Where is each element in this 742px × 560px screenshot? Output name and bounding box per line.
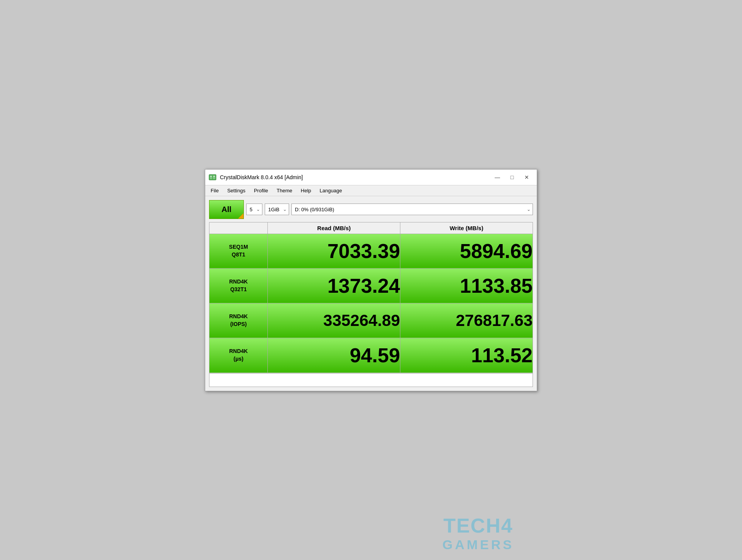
- count-dropdown[interactable]: 5: [246, 204, 262, 215]
- write-header: Write (MB/s): [400, 222, 533, 234]
- drive-dropdown-wrapper: D: 0% (0/931GiB): [291, 204, 533, 215]
- svg-rect-3: [210, 176, 212, 177]
- row-label-0: SEQ1MQ8T1: [209, 234, 268, 268]
- main-window: CrystalDiskMark 8.0.4 x64 [Admin] — □ ✕ …: [205, 169, 537, 391]
- bench-row-2: RND4K(IOPS)335264.89276817.63: [209, 303, 533, 338]
- window-controls: — □ ✕: [490, 172, 534, 183]
- row-write-1: 1133.85: [400, 268, 533, 303]
- row-write-3: 113.52: [400, 338, 533, 373]
- content-area: All 5 1GiB D: 0% (0/931GiB): [205, 196, 537, 391]
- menu-item-theme[interactable]: Theme: [273, 186, 296, 195]
- row-read-2: 335264.89: [268, 303, 400, 338]
- bench-row-0: SEQ1MQ8T17033.395894.69: [209, 234, 533, 268]
- watermark-line1: TECH4: [443, 516, 513, 536]
- size-dropdown-wrapper: 1GiB: [265, 204, 289, 215]
- menu-item-language[interactable]: Language: [316, 186, 346, 195]
- size-dropdown[interactable]: 1GiB: [265, 204, 289, 215]
- row-read-1: 1373.24: [268, 268, 400, 303]
- app-icon: [208, 173, 217, 182]
- menu-bar: FileSettingsProfileThemeHelpLanguage: [205, 185, 537, 196]
- row-label-3: RND4K(μs): [209, 338, 268, 373]
- bench-row-3: RND4K(μs)94.59113.52: [209, 338, 533, 373]
- menu-item-help[interactable]: Help: [297, 186, 315, 195]
- row-read-0: 7033.39: [268, 234, 400, 268]
- progress-bar: [209, 373, 533, 387]
- svg-rect-4: [213, 176, 215, 177]
- empty-header: [209, 222, 268, 234]
- row-write-0: 5894.69: [400, 234, 533, 268]
- maximize-button[interactable]: □: [505, 172, 519, 183]
- drive-dropdown[interactable]: D: 0% (0/931GiB): [291, 204, 533, 215]
- window-title: CrystalDiskMark 8.0.4 x64 [Admin]: [220, 174, 303, 180]
- column-header-row: Read (MB/s) Write (MB/s): [209, 222, 533, 234]
- row-label-1: RND4KQ32T1: [209, 268, 268, 303]
- row-write-2: 276817.63: [400, 303, 533, 338]
- close-button[interactable]: ✕: [520, 172, 534, 183]
- watermark-line2: GAMERS: [442, 537, 514, 552]
- top-controls: All 5 1GiB D: 0% (0/931GiB): [209, 200, 533, 219]
- menu-item-profile[interactable]: Profile: [250, 186, 272, 195]
- menu-item-settings[interactable]: Settings: [223, 186, 249, 195]
- menu-item-file[interactable]: File: [207, 186, 223, 195]
- bench-row-1: RND4KQ32T11373.241133.85: [209, 268, 533, 303]
- benchmark-table: Read (MB/s) Write (MB/s) SEQ1MQ8T17033.3…: [209, 222, 533, 373]
- title-bar: CrystalDiskMark 8.0.4 x64 [Admin] — □ ✕: [205, 170, 537, 185]
- minimize-button[interactable]: —: [490, 172, 504, 183]
- row-read-3: 94.59: [268, 338, 400, 373]
- all-button[interactable]: All: [209, 200, 244, 219]
- count-dropdown-wrapper: 5: [246, 204, 262, 215]
- read-header: Read (MB/s): [268, 222, 400, 234]
- svg-rect-2: [213, 175, 215, 179]
- row-label-2: RND4K(IOPS): [209, 303, 268, 338]
- svg-rect-1: [210, 175, 212, 179]
- watermark: TECH4 GAMERS: [442, 516, 514, 552]
